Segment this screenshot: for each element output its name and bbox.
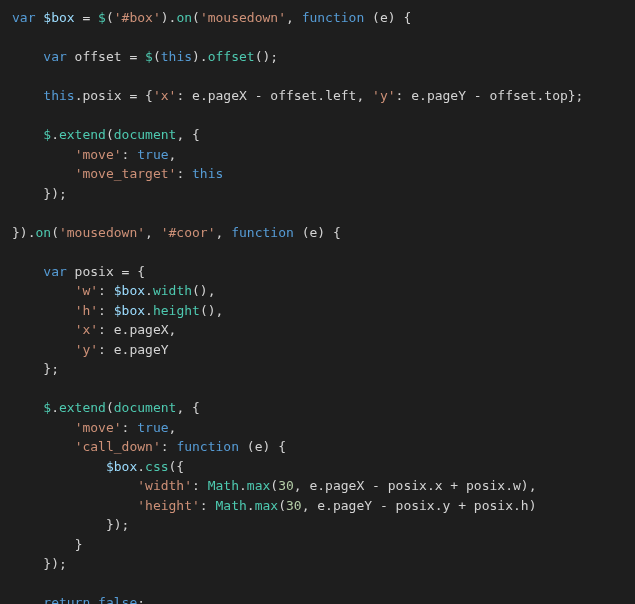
code-line: }; — [12, 361, 59, 376]
code-line: } — [12, 537, 82, 552]
code-line: 'move': true, — [12, 147, 176, 162]
code-line: 'w': $box.width(), — [12, 283, 216, 298]
code-line: var posix = { — [12, 264, 145, 279]
code-line: $.extend(document, { — [12, 400, 200, 415]
code-line: }); — [12, 186, 67, 201]
code-line: 'h': $box.height(), — [12, 303, 223, 318]
code-line: this.posix = {'x': e.pageX - offset.left… — [12, 88, 583, 103]
code-line: 'move_target': this — [12, 166, 223, 181]
code-line: var offset = $(this).offset(); — [12, 49, 278, 64]
code-line: return false; — [12, 595, 145, 604]
code-line: 'y': e.pageY — [12, 342, 169, 357]
code-line: }).on('mousedown', '#coor', function (e)… — [12, 225, 341, 240]
code-line: }); — [12, 517, 129, 532]
code-line: }); — [12, 556, 67, 571]
code-line: $.extend(document, { — [12, 127, 200, 142]
code-line: 'height': Math.max(30, e.pageY - posix.y… — [12, 498, 536, 513]
code-block: var $box = $('#box').on('mousedown', fun… — [12, 8, 623, 604]
code-line: var $box = $('#box').on('mousedown', fun… — [12, 10, 411, 25]
code-line: 'move': true, — [12, 420, 176, 435]
code-line: 'width': Math.max(30, e.pageX - posix.x … — [12, 478, 536, 493]
code-line: 'x': e.pageX, — [12, 322, 176, 337]
code-line: 'call_down': function (e) { — [12, 439, 286, 454]
code-line: $box.css({ — [12, 459, 184, 474]
